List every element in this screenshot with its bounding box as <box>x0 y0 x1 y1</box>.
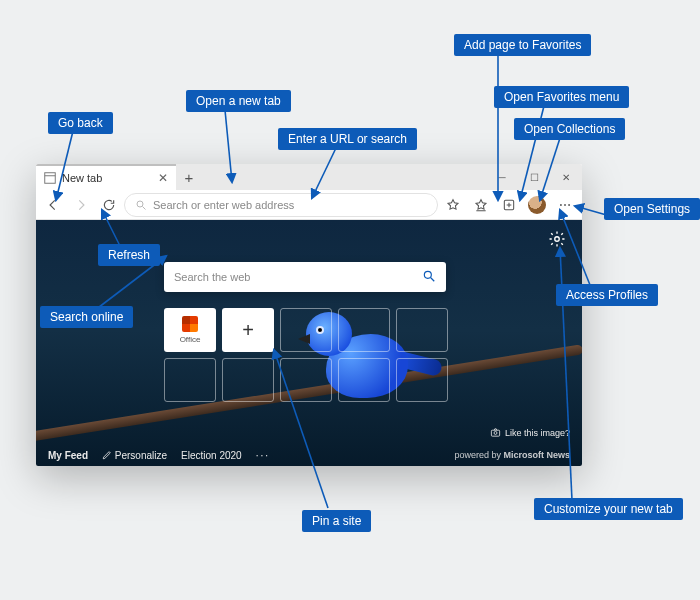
tile-empty[interactable] <box>280 358 332 402</box>
tile-add-site[interactable]: + <box>222 308 274 352</box>
settings-menu-button[interactable] <box>552 192 578 218</box>
tile-empty[interactable] <box>338 358 390 402</box>
tile-empty[interactable] <box>396 308 448 352</box>
svg-point-11 <box>555 237 560 242</box>
favorites-menu-button[interactable] <box>468 192 494 218</box>
callout-access-profiles: Access Profiles <box>556 284 658 306</box>
powered-brand: Microsoft News <box>503 450 570 460</box>
tile-empty[interactable] <box>222 358 274 402</box>
tile-empty[interactable] <box>280 308 332 352</box>
svg-point-10 <box>568 204 570 206</box>
svg-line-13 <box>431 278 435 282</box>
tile-office[interactable]: Office <box>164 308 216 352</box>
profile-button[interactable] <box>524 192 550 218</box>
search-icon <box>135 199 147 211</box>
svg-point-9 <box>564 204 566 206</box>
tile-office-label: Office <box>180 335 201 344</box>
powered-prefix: powered by <box>454 450 503 460</box>
callout-open-collections: Open Collections <box>514 118 625 140</box>
minimize-button[interactable]: ─ <box>486 164 518 190</box>
search-placeholder: Search the web <box>174 271 250 283</box>
title-bar: New tab ✕ + ─ ☐ ✕ <box>36 164 582 190</box>
like-image-text: Like this image? <box>505 428 570 438</box>
callout-add-favorite: Add page to Favorites <box>454 34 591 56</box>
refresh-button[interactable] <box>96 192 122 218</box>
address-bar[interactable]: Search or enter web address <box>124 193 438 217</box>
close-window-button[interactable]: ✕ <box>550 164 582 190</box>
toolbar: Search or enter web address <box>36 190 582 220</box>
callout-open-favorites: Open Favorites menu <box>494 86 629 108</box>
feed-election[interactable]: Election 2020 <box>181 450 242 461</box>
svg-rect-0 <box>45 173 56 184</box>
customize-page-button[interactable] <box>548 230 568 250</box>
camera-icon <box>490 427 501 438</box>
feed-more[interactable]: ··· <box>256 450 270 461</box>
web-search-box[interactable]: Search the web <box>164 262 446 292</box>
feed-personalize-label: Personalize <box>115 450 167 461</box>
add-favorite-button[interactable] <box>440 192 466 218</box>
window-controls: ─ ☐ ✕ <box>486 164 582 190</box>
tile-empty[interactable] <box>164 358 216 402</box>
forward-button[interactable] <box>68 192 94 218</box>
back-button[interactable] <box>40 192 66 218</box>
like-image-link[interactable]: Like this image? <box>490 427 570 438</box>
office-icon <box>182 316 198 332</box>
new-tab-button[interactable]: + <box>176 164 202 190</box>
maximize-button[interactable]: ☐ <box>518 164 550 190</box>
callout-open-new-tab: Open a new tab <box>186 90 291 112</box>
tile-empty[interactable] <box>396 358 448 402</box>
callout-pin-site: Pin a site <box>302 510 371 532</box>
callout-open-settings: Open Settings <box>604 198 700 220</box>
browser-tab[interactable]: New tab ✕ <box>36 164 176 190</box>
avatar <box>528 196 546 214</box>
feed-personalize[interactable]: Personalize <box>102 450 167 461</box>
callout-search-online: Search online <box>40 306 133 328</box>
powered-by: powered by Microsoft News <box>454 450 570 460</box>
callout-go-back: Go back <box>48 112 113 134</box>
search-submit-icon[interactable] <box>422 269 436 285</box>
pencil-icon <box>102 450 112 460</box>
svg-point-8 <box>560 204 562 206</box>
tab-close-icon[interactable]: ✕ <box>158 171 168 185</box>
tab-title: New tab <box>62 172 102 184</box>
svg-point-12 <box>424 271 431 278</box>
quick-links-grid: Office + <box>164 308 448 402</box>
callout-refresh: Refresh <box>98 244 160 266</box>
feed-bar: My Feed Personalize Election 2020 ··· po… <box>36 444 582 466</box>
tile-empty[interactable] <box>338 308 390 352</box>
callout-enter-url: Enter a URL or search <box>278 128 417 150</box>
svg-line-3 <box>143 206 146 209</box>
collections-button[interactable] <box>496 192 522 218</box>
address-placeholder: Search or enter web address <box>153 199 294 211</box>
feed-myfeed[interactable]: My Feed <box>48 450 88 461</box>
callout-customize-tab: Customize your new tab <box>534 498 683 520</box>
svg-point-2 <box>137 201 143 207</box>
page-icon <box>44 172 56 184</box>
svg-point-15 <box>494 431 497 434</box>
